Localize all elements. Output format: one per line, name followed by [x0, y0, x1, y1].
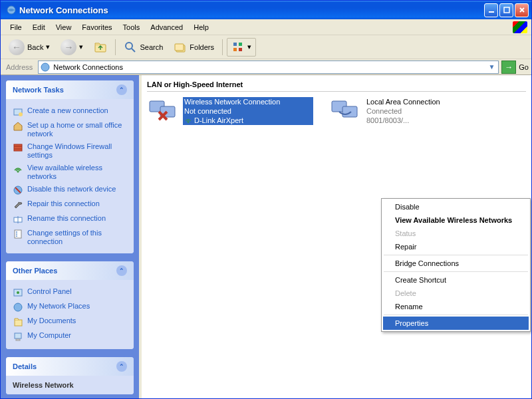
svg-point-28: [17, 291, 19, 294]
forward-button[interactable]: → ▾: [57, 37, 87, 57]
link-control-panel[interactable]: Control Panel: [13, 285, 127, 300]
ctx-bridge[interactable]: Bridge Connections: [383, 257, 529, 270]
wrench-icon: [13, 200, 23, 210]
app-icon: [6, 5, 17, 15]
menu-tools[interactable]: Tools: [118, 22, 146, 33]
menu-view[interactable]: View: [51, 22, 77, 33]
context-menu: Disable View Available Wireless Networks…: [381, 198, 531, 332]
content-area: LAN or High-Speed Internet Wireless Netw…: [142, 75, 531, 398]
ctx-rename[interactable]: Rename: [383, 300, 529, 313]
ctx-properties[interactable]: Properties: [383, 317, 529, 330]
new-connection-icon: [13, 106, 23, 117]
collapse-icon: ⌃: [116, 265, 127, 276]
menu-help[interactable]: Help: [188, 22, 214, 33]
maximize-button[interactable]: [499, 3, 513, 17]
ctx-delete: Delete: [383, 287, 529, 300]
folders-icon: [174, 41, 187, 54]
toolbar: ← Back ▾ → ▾ Search Folders ▾: [1, 35, 531, 59]
go-button[interactable]: →: [501, 61, 516, 74]
svg-rect-23: [15, 230, 21, 238]
svg-point-14: [19, 112, 23, 116]
svg-rect-2: [504, 7, 509, 13]
link-my-documents[interactable]: My Documents: [13, 315, 127, 329]
svg-point-12: [41, 63, 49, 71]
wireless-icon: [13, 164, 23, 174]
panel-header[interactable]: Network Tasks ⌃: [6, 80, 134, 99]
group-header: LAN or High-Speed Internet: [147, 78, 526, 92]
task-rename[interactable]: Rename this connection: [13, 212, 127, 227]
other-places-panel: Other Places ⌃ Control Panel My Network …: [6, 261, 134, 349]
rename-icon: [13, 214, 23, 225]
chevron-down-icon[interactable]: ▼: [486, 63, 497, 70]
collapse-icon: ⌃: [116, 361, 127, 372]
task-repair[interactable]: Repair this connection: [13, 198, 127, 212]
address-field[interactable]: Network Connections ▼: [38, 61, 499, 74]
task-setup-home-network[interactable]: Set up a home or small office network: [13, 119, 127, 140]
svg-rect-10: [239, 43, 242, 46]
panel-header[interactable]: Other Places ⌃: [6, 261, 134, 280]
folder-up-icon: [94, 41, 107, 54]
task-view-wireless[interactable]: View available wireless networks: [13, 162, 127, 183]
wireless-connection-icon: [147, 97, 179, 124]
svg-point-4: [126, 43, 132, 49]
ctx-disable[interactable]: Disable: [383, 200, 529, 213]
details-item: Wireless Network: [13, 381, 127, 389]
ctx-shortcut[interactable]: Create Shortcut: [383, 273, 529, 287]
window-title: Network Connections: [19, 5, 484, 15]
panel-header[interactable]: Details ⌃: [6, 357, 134, 376]
connection-lan[interactable]: Local Area Connection Connected 8001/800…: [329, 97, 495, 125]
ctx-status: Status: [383, 227, 529, 240]
close-button[interactable]: [515, 3, 529, 17]
task-disable-device[interactable]: Disable this network device: [13, 183, 127, 198]
windows-flag-icon: [513, 21, 527, 33]
network-places-icon: [13, 302, 23, 313]
link-network-places[interactable]: My Network Places: [13, 300, 127, 315]
svg-rect-31: [15, 333, 21, 338]
collapse-icon: ⌃: [116, 84, 127, 95]
menu-favorites[interactable]: Favorites: [76, 22, 117, 33]
menu-edit[interactable]: Edit: [27, 22, 51, 33]
svg-point-29: [14, 303, 22, 311]
network-icon: [40, 62, 51, 72]
ctx-repair[interactable]: Repair: [383, 240, 529, 253]
menubar: File Edit View Favorites Tools Advanced …: [1, 19, 531, 35]
task-firewall-settings[interactable]: Change Windows Firewall settings: [13, 140, 127, 162]
svg-rect-9: [233, 48, 237, 51]
menu-file[interactable]: File: [5, 22, 27, 33]
titlebar: Network Connections: [1, 1, 531, 19]
minimize-button[interactable]: [484, 3, 498, 17]
connection-wireless[interactable]: Wireless Network Connection Not connecte…: [147, 97, 313, 125]
home-network-icon: [13, 121, 23, 132]
svg-rect-7: [175, 44, 184, 51]
up-button[interactable]: [90, 39, 111, 56]
wireless-signal-icon: [184, 116, 192, 124]
connection-device: 8001/8003/...: [365, 116, 495, 125]
chevron-down-icon: ▾: [79, 43, 83, 51]
firewall-icon: [13, 142, 23, 153]
search-button[interactable]: Search: [120, 39, 167, 56]
address-label: Address: [3, 63, 35, 71]
back-button[interactable]: ← Back ▾: [5, 37, 54, 57]
task-create-connection[interactable]: Create a new connection: [13, 104, 127, 119]
menu-advanced[interactable]: Advanced: [145, 22, 188, 33]
back-arrow-icon: ←: [9, 39, 25, 55]
chevron-down-icon: ▾: [247, 43, 251, 51]
svg-rect-37: [342, 106, 357, 117]
disable-icon: [13, 185, 23, 196]
connection-status: Connected: [365, 106, 495, 116]
views-button[interactable]: ▾: [227, 38, 256, 57]
svg-rect-8: [233, 43, 237, 46]
properties-icon: [13, 229, 23, 239]
folders-button[interactable]: Folders: [170, 39, 218, 56]
search-icon: [124, 41, 137, 54]
link-my-computer[interactable]: My Computer: [13, 329, 127, 344]
svg-point-18: [17, 171, 19, 173]
sidebar: Network Tasks ⌃ Create a new connection …: [1, 75, 139, 398]
documents-icon: [13, 317, 23, 327]
connection-device: D-Link AirXpert: [183, 116, 313, 125]
control-panel-icon: [13, 287, 23, 298]
details-panel: Details ⌃ Wireless Network: [6, 357, 134, 394]
task-change-settings[interactable]: Change settings of this connection: [13, 227, 127, 248]
ctx-view-wireless[interactable]: View Available Wireless Networks: [383, 213, 529, 227]
addressbar: Address Network Connections ▼ → Go: [1, 59, 531, 75]
